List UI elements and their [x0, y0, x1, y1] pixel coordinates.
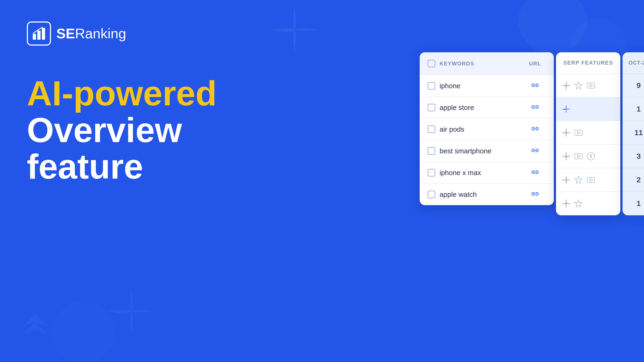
- url-column-header: URL: [529, 61, 541, 67]
- row-checkbox-air-pods[interactable]: [428, 125, 435, 133]
- hero-line1: AI-powered: [27, 75, 217, 112]
- ai-overview-icon-4: [561, 152, 571, 161]
- svg-rect-19: [587, 177, 595, 183]
- serp-row-6: [556, 192, 620, 215]
- oct-row-6: 1: [623, 192, 644, 215]
- ui-panel-area: KEYWORDS URL iphone: [420, 52, 644, 215]
- ai-overview-icon-blue: [561, 104, 571, 114]
- shopping-icon-4: $: [586, 152, 596, 161]
- row-checkbox-best-smartphone[interactable]: [428, 147, 435, 155]
- svg-marker-11: [590, 84, 593, 87]
- logo-text: SERanking: [56, 25, 126, 42]
- oct-row-1: 9: [623, 74, 644, 97]
- serp-row-3: [556, 121, 620, 145]
- oct-panel: OCT-29 9 1 11 3 2 1: [623, 52, 644, 215]
- svg-text:$: $: [590, 154, 592, 158]
- ai-overview-icon-1: [561, 81, 571, 90]
- table-row: iphone: [420, 75, 554, 97]
- select-all-checkbox[interactable]: [428, 60, 435, 67]
- oct-row-5: 2: [623, 168, 644, 192]
- url-link-icon-apple-store[interactable]: [530, 103, 540, 112]
- svg-rect-2: [42, 28, 45, 40]
- row-checkbox-iphone-x-max[interactable]: [428, 169, 435, 176]
- row-checkbox-apple-store[interactable]: [428, 104, 435, 111]
- deco-star-bl2: [107, 287, 156, 335]
- keywords-column-header: KEYWORDS: [440, 61, 474, 67]
- ai-overview-icon-5: [561, 175, 571, 185]
- video-icon-1: [586, 81, 596, 90]
- svg-rect-10: [587, 83, 595, 88]
- keywords-table: KEYWORDS URL iphone: [420, 52, 554, 205]
- oct-column-label: OCT-29: [628, 60, 644, 66]
- oct-value-1: 9: [636, 81, 641, 90]
- video-icon-4: [574, 152, 583, 161]
- hero-line2: Overview: [27, 112, 217, 149]
- star-icon-1: [574, 81, 583, 90]
- table-header: KEYWORDS URL: [420, 52, 554, 75]
- logo-chart-icon: [31, 26, 47, 41]
- table-row: best smartphone: [420, 140, 554, 162]
- svg-rect-0: [33, 34, 36, 40]
- url-link-icon-best-smartphone[interactable]: [530, 146, 540, 156]
- star-icon-6: [574, 199, 583, 208]
- oct-value-4: 3: [636, 152, 641, 161]
- keyword-apple-store: apple store: [440, 104, 474, 112]
- oct-value-3: 11: [634, 128, 643, 137]
- video-icon-5: [586, 175, 596, 185]
- keyword-iphone-x-max: iphone x max: [440, 169, 481, 177]
- hero-line3: feature: [27, 148, 217, 185]
- star-icon-5: [574, 175, 583, 185]
- logo-se: SE: [56, 26, 75, 41]
- table-row: apple store: [420, 97, 554, 119]
- serp-row-1: [556, 74, 620, 97]
- svg-rect-12: [575, 130, 582, 135]
- svg-marker-18: [575, 176, 582, 183]
- keyword-best-smartphone: best smartphone: [440, 147, 492, 155]
- url-link-icon-air-pods[interactable]: [530, 124, 540, 134]
- url-link-icon-apple-watch[interactable]: [530, 190, 540, 199]
- keyword-iphone: iphone: [440, 82, 460, 90]
- serp-features-panel: SERP FEATURES: [556, 52, 620, 215]
- serp-features-header: SERP FEATURES: [556, 52, 620, 74]
- deco-arrow-bl3: [16, 308, 54, 346]
- deco-star-ct: [270, 5, 319, 54]
- logo-ranking: Ranking: [75, 26, 126, 41]
- keyword-apple-watch: apple watch: [440, 190, 477, 198]
- deco-blob-bl1: [48, 298, 118, 362]
- logo-area: SERanking: [27, 21, 126, 46]
- logo-icon: [27, 21, 51, 46]
- row-checkbox-iphone[interactable]: [428, 82, 435, 90]
- url-link-icon-iphone-x-max[interactable]: [530, 168, 540, 178]
- table-row: apple watch: [420, 184, 554, 205]
- oct-value-6: 1: [636, 199, 641, 208]
- table-row: iphone x max: [420, 162, 554, 184]
- oct-header: OCT-29: [623, 52, 644, 74]
- serp-row-4: $: [556, 145, 620, 168]
- ai-overview-icon-3: [561, 128, 571, 138]
- row-checkbox-apple-watch[interactable]: [428, 191, 435, 198]
- svg-marker-9: [575, 82, 582, 89]
- svg-rect-1: [37, 31, 41, 40]
- url-link-icon-iphone[interactable]: [530, 81, 540, 91]
- svg-marker-15: [577, 155, 580, 158]
- oct-row-2: 1: [623, 97, 644, 121]
- oct-row-4: 3: [623, 145, 644, 168]
- deco-blob-tr1: [515, 0, 590, 59]
- svg-marker-13: [577, 131, 580, 134]
- serp-features-label: SERP FEATURES: [563, 60, 613, 66]
- svg-marker-20: [590, 178, 593, 182]
- svg-rect-14: [575, 154, 582, 159]
- ai-overview-icon-6: [561, 199, 571, 208]
- svg-marker-21: [575, 200, 582, 207]
- oct-value-5: 2: [636, 176, 641, 184]
- table-row: air pods: [420, 119, 554, 140]
- keyword-air-pods: air pods: [440, 125, 464, 133]
- oct-value-2: 1: [636, 105, 641, 113]
- serp-row-5: [556, 168, 620, 192]
- video-icon-3: [574, 128, 583, 138]
- hero-text: AI-powered Overview feature: [27, 75, 217, 185]
- oct-row-3: 11: [623, 121, 644, 145]
- serp-row-2-highlighted: [556, 97, 620, 121]
